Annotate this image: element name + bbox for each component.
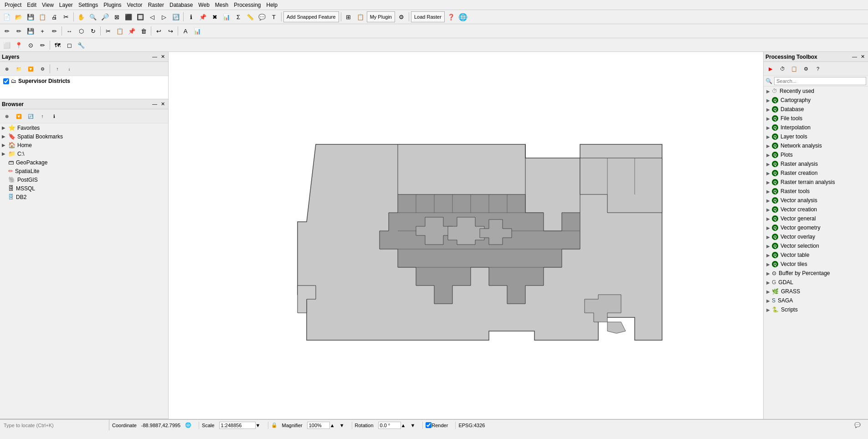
save-edits-btn[interactable]: 💾 — [25, 26, 36, 36]
proc-item-cartography[interactable]: ▶ Q Cartography — [764, 96, 868, 105]
toggle-edit-btn[interactable]: ✏ — [13, 26, 24, 36]
paste-features-btn[interactable]: 📌 — [126, 26, 137, 36]
menu-raster[interactable]: Raster — [145, 1, 167, 9]
proc-item-raster-creation[interactable]: ▶ Q Raster creation — [764, 168, 868, 178]
proc-item-vector-general[interactable]: ▶ Q Vector general — [764, 214, 868, 223]
proc-item-network-analysis[interactable]: ▶ Q Network analysis — [764, 141, 868, 150]
select-features-btn[interactable]: ⬜ — [1, 40, 12, 51]
browser-item-geopackage[interactable]: ▶ 🗃 GeoPackage — [0, 158, 168, 167]
filter-layers-btn[interactable]: 🔽 — [25, 63, 36, 74]
move-layer-up-btn[interactable]: ↑ — [52, 63, 63, 74]
browser-panel-minimize[interactable]: — — [151, 101, 159, 107]
render-checkbox[interactable] — [426, 422, 431, 428]
qgis-logo-btn[interactable]: 🌐 — [457, 11, 468, 22]
processing-search-input[interactable] — [774, 77, 866, 85]
menu-web[interactable]: Web — [195, 1, 212, 9]
open-project-btn[interactable]: 📂 — [13, 11, 24, 22]
browser-item-spatialite[interactable]: ▶ ✏ SpatiaLite — [0, 167, 168, 175]
proc-item-recently-used[interactable]: ▶ ⏱ Recently used — [764, 87, 868, 96]
magnifier-spin-up[interactable]: ▲ — [330, 423, 335, 428]
browser-add-btn[interactable]: ⊕ — [1, 111, 12, 122]
proc-item-vector-tiles[interactable]: ▶ Q Vector tiles — [764, 260, 868, 269]
menu-database[interactable]: Database — [167, 1, 195, 9]
menu-plugins[interactable]: Plugins — [101, 1, 124, 9]
proc-item-database[interactable]: ▶ Q Database — [764, 105, 868, 114]
print-btn[interactable]: 🖨 — [49, 11, 60, 22]
browser-item-spatial-bookmarks[interactable]: ▶ 🔖 Spatial Bookmarks — [0, 132, 168, 141]
rotation-spin-down[interactable]: ▼ — [410, 423, 415, 428]
zoom-out-btn[interactable]: 🔎 — [99, 11, 110, 22]
my-plugin-btn[interactable]: My Plugin — [367, 11, 395, 22]
map-canvas[interactable] — [169, 52, 763, 419]
magnifier-input[interactable] — [307, 422, 330, 429]
diagram-btn[interactable]: 📊 — [192, 26, 203, 36]
menu-processing[interactable]: Processing — [231, 1, 263, 9]
proc-options-btn[interactable]: ⚙ — [801, 63, 812, 74]
3d-cube-btn[interactable]: ◻ — [64, 40, 75, 51]
proc-help-btn[interactable]: ? — [812, 63, 823, 74]
deselect-btn[interactable]: ✖ — [209, 11, 220, 22]
layer-checkbox-supervisor-districts[interactable] — [3, 78, 9, 84]
zoom-prev-btn[interactable]: ◁ — [147, 11, 158, 22]
browser-panel-close[interactable]: ✕ — [159, 101, 166, 107]
current-edits-btn[interactable]: ✏ — [1, 26, 12, 36]
menu-mesh[interactable]: Mesh — [212, 1, 231, 9]
browser-refresh-btn[interactable]: 🔃 — [25, 111, 36, 122]
browser-item-mssql[interactable]: ▶ 🗄 MSSQL — [0, 184, 168, 193]
select-radius-btn[interactable]: ⊙ — [25, 40, 36, 51]
proc-item-grass[interactable]: ▶ 🌿 GRASS — [764, 287, 868, 296]
undo-btn[interactable]: ✂ — [61, 11, 72, 22]
zoom-selection-btn[interactable]: 🔲 — [135, 11, 146, 22]
proc-item-buffer-by-percentage[interactable]: ▶ ⊙ Buffer by Percentage — [764, 269, 868, 278]
browser-item-db2[interactable]: ▶ 🗄 DB2 — [0, 193, 168, 201]
proc-item-raster-terrain-analysis[interactable]: ▶ Q Raster terrain analysis — [764, 178, 868, 187]
select-btn[interactable]: 📌 — [197, 11, 208, 22]
add-group-btn[interactable]: 📁 — [13, 63, 24, 74]
zoom-layer-btn[interactable]: ⬛ — [123, 11, 134, 22]
layers-panel-close[interactable]: ✕ — [159, 53, 166, 60]
crs-label[interactable]: EPSG:4326 — [458, 423, 485, 428]
layers-panel-minimize[interactable]: — — [151, 53, 159, 60]
magnifier-spin-down[interactable]: ▼ — [339, 423, 344, 428]
browser-info-btn[interactable]: ℹ — [49, 111, 60, 122]
digitize-btn[interactable]: ✏ — [49, 26, 60, 36]
proc-item-layer-tools[interactable]: ▶ Q Layer tools — [764, 132, 868, 141]
proc-item-plots[interactable]: ▶ Q Plots — [764, 150, 868, 159]
processing-minimize-btn[interactable]: — — [851, 53, 858, 60]
proc-item-scripts[interactable]: ▶ 🐍 Scripts — [764, 305, 868, 314]
redo-edit-btn[interactable]: ↪ — [165, 26, 176, 36]
scale-input[interactable] — [219, 422, 256, 429]
add-snapped-feature-btn[interactable]: Add Snapped Feature — [283, 11, 339, 22]
identify-btn[interactable]: ℹ — [185, 11, 196, 22]
browser-collapse-btn[interactable]: ↑ — [37, 111, 48, 122]
refresh-btn[interactable]: 🔃 — [170, 11, 181, 22]
add-feature-btn[interactable]: + — [37, 26, 48, 36]
pan-btn[interactable]: ✋ — [76, 11, 87, 22]
text-annotation-btn[interactable]: T — [268, 11, 279, 22]
browser-item-c-drive[interactable]: ▶ 📁 C:\ — [0, 149, 168, 158]
cut-features-btn[interactable]: ✂ — [103, 26, 113, 36]
proc-history-btn[interactable]: ⏱ — [777, 63, 788, 74]
locate-input[interactable] — [2, 422, 107, 429]
messages-icon[interactable]: 💬 — [854, 422, 861, 428]
browser-item-favorites[interactable]: ▶ ⭐ Favorites — [0, 123, 168, 132]
new-project-btn[interactable]: 📄 — [1, 11, 12, 22]
proc-item-raster-tools[interactable]: ▶ Q Raster tools — [764, 187, 868, 196]
browser-item-home[interactable]: ▶ 🏠 Home — [0, 141, 168, 149]
move-layer-down-btn[interactable]: ↓ — [64, 63, 75, 74]
save-project-btn[interactable]: 💾 — [25, 11, 36, 22]
rotation-input[interactable] — [378, 422, 401, 429]
zoom-in-btn[interactable]: 🔍 — [87, 11, 98, 22]
annotation-btn[interactable]: 💬 — [257, 11, 267, 22]
proc-run-btn[interactable]: ▶ — [765, 63, 776, 74]
help-btn[interactable]: ❓ — [446, 11, 457, 22]
rotation-spin-up[interactable]: ▲ — [401, 423, 406, 428]
rotate-btn[interactable]: ↻ — [87, 26, 98, 36]
open-table-btn[interactable]: 📊 — [221, 11, 232, 22]
menu-settings[interactable]: Settings — [76, 1, 101, 9]
settings-icon-btn[interactable]: ⚙ — [396, 11, 407, 22]
layer-properties-btn[interactable]: 📋 — [355, 11, 366, 22]
measure-btn[interactable]: 📏 — [245, 11, 256, 22]
menu-help[interactable]: Help — [264, 1, 281, 9]
3d-map-btn[interactable]: 🗺 — [52, 40, 63, 51]
